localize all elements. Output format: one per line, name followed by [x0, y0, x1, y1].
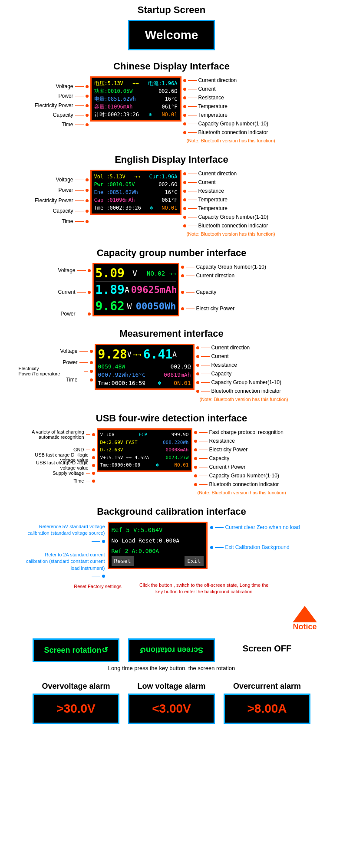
cg-label-voltage: Voltage: [21, 266, 91, 274]
e-label-power: Power: [19, 186, 89, 194]
alarms-section: Overvoltage alarm Low voltage alarm Over…: [0, 682, 343, 724]
cg-label-current: Current: [21, 288, 91, 296]
english-display-section: English Display Interface Voltage Power …: [0, 154, 343, 237]
label-capacity: Capacity: [19, 111, 89, 119]
usb-left-labels: A variety of fast chargingautomatic reco…: [21, 428, 97, 485]
calib-label-ref5v: Reference 5V standard voltage calibratio…: [23, 523, 105, 546]
screen-rotation-section: Screen rotation↺ Screen rotation↺ Screen…: [0, 638, 343, 671]
e-label-elec-power: Electricity Power: [19, 197, 89, 204]
english-left-labels: Voltage Power Electricity Power Capacity: [19, 170, 90, 225]
chinese-display-section: Chinese Display Interface Voltage Power …: [0, 61, 343, 144]
er-temp1: Temperature: [183, 196, 325, 204]
label-voltage: Voltage: [19, 82, 89, 90]
rotation-normal-text: Screen rotation↺: [44, 645, 108, 655]
chinese-display-title: Chinese Display Interface: [113, 61, 230, 72]
ur-current-power: Current / Power: [194, 463, 323, 471]
chinese-left-labels: Voltage Power Electricity Power Capacity: [19, 76, 90, 128]
alarm-titles-row: Overvoltage alarm Low voltage alarm Over…: [9, 682, 334, 691]
ur-bluetooth: Bluetooth connection indicator: [194, 480, 323, 488]
m-label-elecpow-temp: Electricity Power/Temperature: [19, 367, 93, 375]
usb-fourwire-section: USB four-wire detection interface A vari…: [0, 413, 343, 496]
rotation-flipped-text: Screen rotation↺: [139, 645, 203, 655]
usb-label-supply: Supply voltage: [21, 469, 95, 477]
ur-resistance: Resistance: [194, 437, 323, 445]
mr-capgroup: Capacity Group Number(1-10): [196, 378, 325, 386]
measurement-lcd: 9.28 V →→ 6.41 A 0059.48W 002.9Ω 0007.92…: [95, 344, 195, 390]
rotation-screens-row: Screen rotation↺ Screen rotation↺ Screen…: [9, 638, 334, 662]
cg-label-power: Power: [21, 310, 91, 318]
er-current: Current: [183, 178, 325, 186]
mr-resistance: Resistance: [196, 361, 325, 369]
overvoltage-alarm-title: Overvoltage alarm: [33, 682, 119, 691]
capacity-group-lcd: 5.09 V NO.02 →→ 1.89 A 09625mAh 9.62 W 0…: [92, 263, 179, 316]
right-label-bluetooth: Bluetooth connection indicator: [183, 128, 325, 136]
overvoltage-value: >30.0V: [56, 702, 96, 716]
lowvoltage-screen: <3.00V: [128, 694, 215, 724]
welcome-text: Welcome: [145, 28, 198, 42]
usb-right-labels: Fast charge protocol recognition Resista…: [192, 428, 323, 496]
usb-label-time: Time: [21, 477, 95, 485]
calib-bottom-area: Reset Factory settings Click the button …: [9, 582, 334, 595]
er-bluetooth: Bluetooth connection indicator: [183, 222, 325, 230]
er-resistance: Resistance: [183, 187, 325, 195]
startup-title: Startup Screen: [138, 4, 206, 16]
mr-bluetooth: Bluetooth connection indicator: [196, 387, 325, 395]
cr-exit: Exit Calibration Background: [210, 543, 320, 551]
e-label-time: Time: [19, 217, 89, 225]
screen-off-title: Screen OFF: [224, 644, 310, 654]
english-lcd: Vol :5.13V →→ Cur:1.96A Pwr :0010.05V 00…: [90, 170, 181, 215]
welcome-screen: Welcome: [128, 20, 215, 50]
notice-section: Notice: [9, 606, 334, 631]
rotation-flipped-screen: Screen rotation↺: [128, 638, 215, 662]
cap-group-left-labels: Voltage Current Power: [21, 263, 92, 318]
capacity-group-section: Capacity group number interface Voltage …: [0, 247, 343, 318]
label-time: Time: [19, 121, 89, 128]
m-label-power: Power: [19, 358, 93, 366]
right-label-currentdir: Current direction: [183, 76, 325, 84]
label-electricity-power: Electricity Power: [19, 102, 89, 109]
usb-lcd: V-:0V FCP 999.9Ω D+:2.69V FAST 008.220Wh…: [97, 428, 192, 472]
e-label-voltage: Voltage: [19, 176, 89, 184]
calib-label-ref2a: Refer to 2A standard current calibration…: [23, 552, 105, 580]
cgr-currentdir: Current direction: [181, 272, 323, 279]
calib-reset-factory: Reset Factory settings: [74, 584, 121, 595]
overcurrent-screen: >8.00A: [224, 694, 310, 724]
rotation-flipped-block: Screen rotation↺: [128, 638, 215, 662]
meas-left-labels: Voltage Power Electricity Power/Temperat…: [19, 344, 95, 384]
overvoltage-screen: >30.0V: [33, 694, 119, 724]
mr-capacity: Capacity: [196, 370, 325, 378]
right-label-resistance: Resistance: [183, 94, 325, 102]
chinese-note: (Note: Bluetooth version has this functi…: [183, 137, 325, 144]
right-label-capgroup: Capacity Group Number(1-10): [183, 120, 325, 128]
english-right-labels: Current direction Current Resistance Tem…: [181, 170, 325, 237]
er-capgroup: Capacity Group Number(1-10): [183, 213, 325, 221]
calib-click-note: Click the button , switch to the off-scr…: [139, 582, 269, 595]
lowvoltage-alarm-title: Low voltage alarm: [128, 682, 215, 691]
notice-block: Notice: [293, 606, 317, 631]
cgr-capacity: Capacity: [181, 288, 323, 296]
ur-capacity: Capacity: [194, 454, 323, 462]
lowvoltage-value: <3.00V: [152, 702, 191, 716]
mr-currentdir: Current direction: [196, 344, 325, 352]
ur-capgroup: Capacity Group Number(1-10): [194, 472, 323, 480]
usb-label-dm: USB fast charge D -logic voltage value: [21, 461, 95, 469]
label-power: Power: [19, 92, 89, 100]
cgr-elec-power: Electricity Power: [181, 305, 323, 312]
ur-fastcharge: Fast charge protocol recognition: [194, 428, 323, 436]
m-label-voltage: Voltage: [19, 347, 93, 355]
rotation-description: Long time press the key button, the scre…: [63, 665, 280, 671]
ur-elec-power: Electricity Power: [194, 446, 323, 454]
notice-arrow-icon: [293, 606, 317, 622]
rotation-normal-block: Screen rotation↺: [33, 638, 119, 662]
chinese-lcd: 电压:5.13V →→ 电流:1.96A 功率:0010.05W 002.6Ω …: [90, 76, 181, 122]
english-display-title: English Display Interface: [115, 154, 228, 165]
measurement-section: Measurement interface Voltage Power Elec…: [0, 328, 343, 402]
alarm-screens-row: >30.0V <3.00V >8.00A: [9, 694, 334, 724]
screen-off-block: Screen OFF: [224, 638, 310, 662]
right-label-current: Current: [183, 85, 325, 93]
measurement-title: Measurement interface: [119, 328, 224, 339]
right-label-temp1: Temperature: [183, 102, 325, 110]
chinese-right-labels: Current direction Current Resistance Tem…: [181, 76, 325, 144]
startup-section: Startup Screen Welcome: [0, 4, 343, 50]
overcurrent-value: >8.00A: [247, 702, 287, 716]
